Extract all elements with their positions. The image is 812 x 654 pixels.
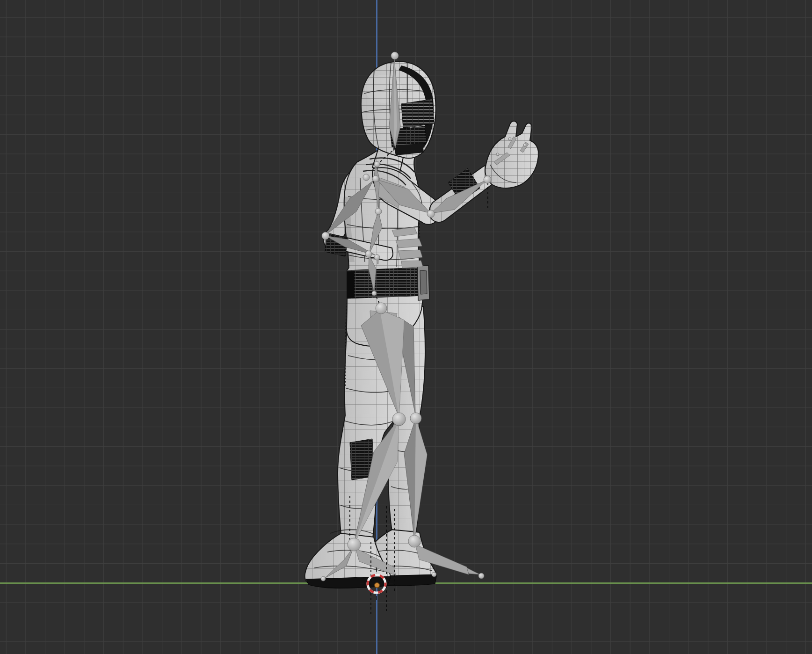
- toe-bone[interactable]: [467, 568, 480, 574]
- 3d-viewport[interactable]: [0, 0, 812, 654]
- head-tip-joint[interactable]: [391, 52, 399, 59]
- character-mesh[interactable]: [305, 62, 539, 589]
- wrist-joint[interactable]: [484, 176, 491, 183]
- elbow-joint[interactable]: [427, 210, 435, 218]
- viewport-canvas[interactable]: [0, 0, 812, 654]
- far-shin-facet: [414, 418, 427, 540]
- visor: [401, 99, 434, 128]
- ankle-joint[interactable]: [348, 538, 361, 551]
- utility-belt: [347, 265, 429, 300]
- pelvis-joint[interactable]: [376, 303, 387, 314]
- hand-mesh[interactable]: [485, 121, 538, 188]
- origin-dot: [375, 583, 380, 588]
- knee-joint[interactable]: [392, 413, 406, 426]
